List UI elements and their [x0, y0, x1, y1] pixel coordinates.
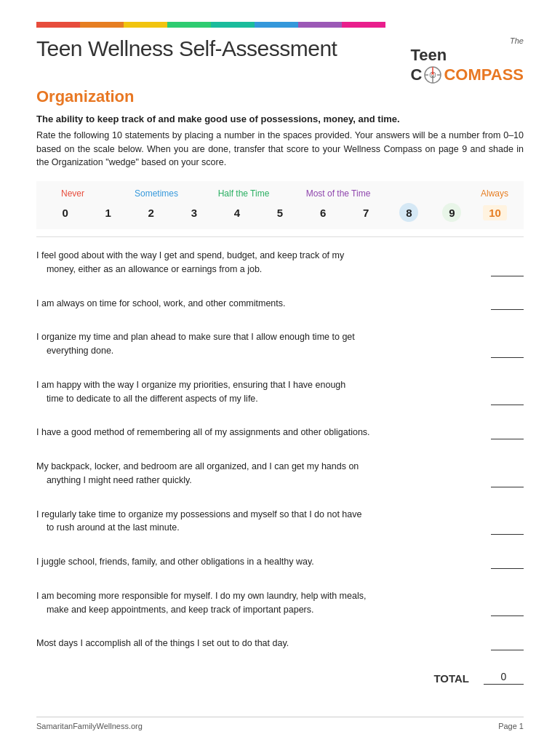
- answer-line-4: [491, 405, 524, 405]
- logo-the: The: [411, 36, 524, 46]
- scale-num-7: 7: [345, 207, 388, 219]
- scale-num-0: 0: [44, 207, 87, 219]
- statement-text-1: I feel good about with the way I get and…: [36, 249, 344, 276]
- statement-text-4: I am happy with the way I organize my pr…: [36, 378, 345, 406]
- statement-row: I juggle school, friends, family, and ot…: [36, 555, 524, 573]
- logo-teen: Teen: [411, 46, 447, 65]
- statement-row: I am always on time for school, work, an…: [36, 297, 524, 315]
- statement-row: I feel good about with the way I get and…: [36, 249, 524, 281]
- statement-row: My backpack, locker, and bedroom are all…: [36, 460, 524, 492]
- answer-line-3: [491, 357, 524, 358]
- statement-row: I regularly take time to organize my pos…: [36, 508, 524, 540]
- statement-row: I am becoming more responsible for mysel…: [36, 589, 524, 621]
- statement-row: I am happy with the way I organize my pr…: [36, 378, 524, 410]
- scale-num-9: 9: [431, 203, 473, 222]
- footer-page: Page 1: [498, 722, 524, 730]
- rainbow-bar: [36, 22, 385, 28]
- logo: The Teen C COMPASS: [411, 36, 524, 84]
- compass-icon: [423, 65, 442, 84]
- total-row: TOTAL 0: [36, 671, 524, 685]
- description-text: Rate the following 10 statements by plac…: [36, 129, 524, 170]
- total-box: 0: [484, 671, 524, 685]
- main-title: Teen Wellness Self-Assessment: [36, 36, 337, 61]
- scale-label-never: Never: [44, 188, 102, 199]
- answer-line-1: [491, 276, 524, 276]
- scale-num-6: 6: [302, 207, 345, 219]
- statement-text-2: I am always on time for school, work, an…: [36, 297, 286, 311]
- footer: SamaritanFamilyWellness.org Page 1: [36, 717, 524, 730]
- scale-label-half: Half the Time: [204, 188, 284, 199]
- statement-row: I have a good method of remembering all …: [36, 426, 524, 444]
- answer-line-7: [491, 534, 524, 535]
- scale-num-8: 8: [388, 203, 431, 222]
- page: Teen Wellness Self-Assessment The Teen C: [0, 0, 560, 745]
- statement-text-3: I organize my time and plan ahead to mak…: [36, 330, 355, 358]
- scale-num-5: 5: [258, 207, 301, 219]
- statement-text-8: I juggle school, friends, family, and ot…: [36, 555, 314, 569]
- scale-num-10: 10: [473, 205, 516, 220]
- scale-num-2: 2: [129, 207, 172, 219]
- footer-website: SamaritanFamilyWellness.org: [36, 722, 143, 730]
- statement-text-7: I regularly take time to organize my pos…: [36, 508, 361, 535]
- answer-line-6: [491, 487, 524, 487]
- statement-text-6: My backpack, locker, and bedroom are all…: [36, 460, 359, 487]
- statement-text-9: I am becoming more responsible for mysel…: [36, 589, 366, 617]
- logo-compass: COMPASS: [444, 65, 524, 84]
- scale-wrapper: Never Sometimes Half the Time Most of th…: [36, 181, 524, 229]
- answer-line-2: [491, 309, 524, 310]
- scale-num-1: 1: [87, 207, 129, 219]
- statements: I feel good about with the way I get and…: [36, 249, 524, 655]
- scale-label-always: Always: [473, 188, 516, 199]
- section-title: Organization: [36, 87, 524, 106]
- statement-text-5: I have a good method of remembering all …: [36, 426, 370, 439]
- statement-text-10: Most days I accomplish all of the things…: [36, 637, 289, 650]
- total-label: TOTAL: [433, 672, 469, 685]
- divider: [36, 236, 524, 237]
- scale-num-3: 3: [172, 207, 215, 219]
- answer-line-5: [491, 439, 524, 439]
- scale-num-4: 4: [215, 207, 258, 219]
- answer-line-9: [491, 615, 524, 616]
- answer-line-10: [491, 650, 524, 650]
- scale-label-sometimes: Sometimes: [116, 188, 196, 199]
- statement-row: I organize my time and plan ahead to mak…: [36, 330, 524, 362]
- statement-row: Most days I accomplish all of the things…: [36, 637, 524, 655]
- scale-label-most: Most of the Time: [291, 188, 385, 199]
- answer-line-8: [491, 568, 524, 569]
- description-bold: The ability to keep track of and make go…: [36, 113, 524, 124]
- header: Teen Wellness Self-Assessment The Teen C: [36, 36, 524, 84]
